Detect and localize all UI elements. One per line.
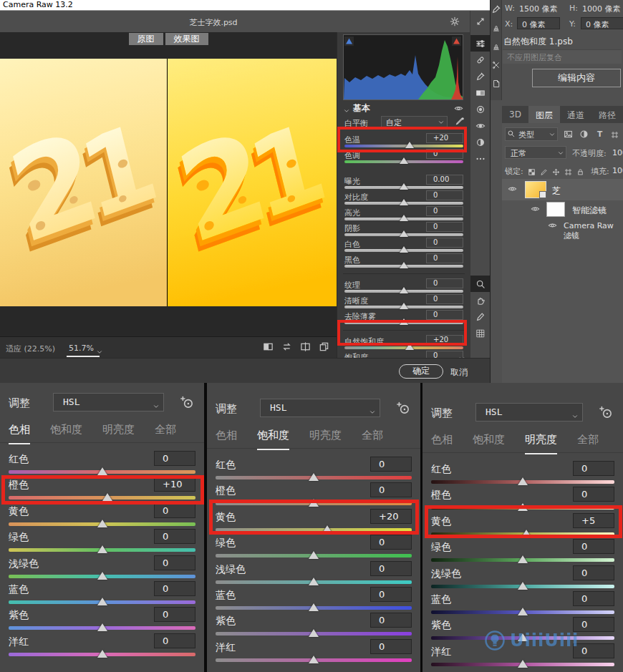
color-value-field[interactable]: +20 xyxy=(370,509,412,524)
slider-thumb[interactable] xyxy=(400,157,408,164)
edit-contents-button[interactable]: 编辑内容 xyxy=(532,69,621,87)
slider-thumb[interactable] xyxy=(400,303,408,309)
hsl-tab-1[interactable]: 饱和度 xyxy=(257,429,289,450)
slider-track[interactable] xyxy=(344,265,463,268)
shadow-clipping-icon[interactable] xyxy=(344,35,354,45)
color-slider-track[interactable] xyxy=(9,600,195,604)
filter-adjustment-layers-icon[interactable] xyxy=(579,128,589,142)
color-slider-thumb[interactable] xyxy=(102,493,112,501)
targeted-adjustment-icon[interactable] xyxy=(180,395,194,412)
white-balance-eyedropper-icon[interactable] xyxy=(455,116,465,130)
slider-track[interactable] xyxy=(344,249,463,252)
lock-pixels-icon[interactable] xyxy=(540,165,548,177)
color-slider-track[interactable] xyxy=(9,522,195,526)
layer-filter-type-dropdown[interactable]: 类型 xyxy=(505,127,558,141)
color-value-field[interactable]: 0 xyxy=(154,555,195,570)
slider-value-field[interactable]: 0 xyxy=(426,310,463,320)
color-value-field[interactable]: 0 xyxy=(370,561,412,576)
slider-value-field[interactable]: +20 xyxy=(426,133,463,143)
color-slider-track[interactable] xyxy=(9,626,195,630)
hsl-tab-2[interactable]: 明亮度 xyxy=(102,423,135,444)
layer-row-selected[interactable]: 芝 xyxy=(502,179,623,200)
cancel-button[interactable]: 取消 xyxy=(450,366,468,379)
slider-value-field[interactable]: 0.00 xyxy=(426,175,463,185)
color-value-field[interactable]: 0 xyxy=(154,633,195,648)
lock-transparency-icon[interactable] xyxy=(528,165,536,177)
color-slider-thumb[interactable] xyxy=(309,603,319,611)
color-value-field[interactable]: 0 xyxy=(154,529,195,544)
color-slider-track[interactable] xyxy=(431,610,614,614)
before-after-left-icon[interactable] xyxy=(263,341,274,355)
color-slider-track[interactable] xyxy=(431,663,614,666)
layer-name[interactable]: 芝 xyxy=(552,185,561,197)
color-slider-thumb[interactable] xyxy=(309,551,319,559)
color-slider-thumb[interactable] xyxy=(309,473,319,481)
slider-thumb[interactable] xyxy=(400,183,408,190)
color-slider-track[interactable] xyxy=(431,506,614,510)
color-slider-thumb[interactable] xyxy=(518,477,528,485)
color-slider-thumb[interactable] xyxy=(309,578,319,585)
note-tool-icon[interactable] xyxy=(491,74,502,93)
color-value-field[interactable]: 0 xyxy=(370,535,412,550)
color-value-field[interactable]: 0 xyxy=(573,565,614,580)
hsl-tab-0[interactable]: 色相 xyxy=(216,429,237,450)
white-balance-dropdown[interactable]: 自定 xyxy=(381,116,448,128)
edit-panel-icon[interactable] xyxy=(470,35,491,52)
hsl-tab-3[interactable]: 全部 xyxy=(577,433,599,454)
color-slider-track[interactable] xyxy=(216,658,412,662)
history-brush-tool-icon[interactable] xyxy=(491,37,502,56)
color-value-field[interactable]: 0 xyxy=(370,587,412,602)
hand-tool-icon[interactable] xyxy=(470,292,491,308)
color-slider-thumb[interactable] xyxy=(518,582,528,590)
color-value-field[interactable]: 0 xyxy=(573,487,614,502)
slider-track[interactable] xyxy=(344,346,463,349)
color-slider-thumb[interactable] xyxy=(518,555,528,563)
blend-mode-dropdown[interactable]: 正常 xyxy=(505,146,566,159)
color-slider-thumb[interactable] xyxy=(97,572,107,580)
color-slider-track[interactable] xyxy=(9,496,195,500)
slice-tool-icon[interactable] xyxy=(491,56,502,74)
lock-all-icon[interactable] xyxy=(576,165,584,177)
settings-gear-icon[interactable] xyxy=(450,16,460,29)
slider-track[interactable] xyxy=(344,306,463,308)
color-slider-thumb[interactable] xyxy=(521,530,531,537)
color-value-field[interactable]: 0 xyxy=(154,503,195,518)
hsl-tab-3[interactable]: 全部 xyxy=(155,423,176,444)
zoom-tool-icon[interactable] xyxy=(470,276,491,292)
brush-tool-icon[interactable] xyxy=(491,0,502,19)
color-value-field[interactable]: 0 xyxy=(370,613,412,628)
slider-thumb[interactable] xyxy=(400,230,408,237)
color-slider-thumb[interactable] xyxy=(518,503,528,511)
brush-tool-icon[interactable] xyxy=(470,68,491,84)
y-value-field[interactable]: 0 像素 xyxy=(581,17,623,29)
filter-eye-icon[interactable] xyxy=(548,220,557,233)
slider-track[interactable] xyxy=(344,233,463,236)
tab-paths[interactable]: 路径 xyxy=(591,106,623,123)
targeted-adjustment-icon[interactable] xyxy=(396,401,410,418)
x-value-field[interactable]: 0 像素 xyxy=(517,17,560,29)
color-slider-track[interactable] xyxy=(431,532,614,536)
swap-before-after-icon[interactable] xyxy=(281,341,292,355)
color-slider-thumb[interactable] xyxy=(97,598,107,605)
healing-brush-icon[interactable] xyxy=(470,52,491,68)
filter-shape-layers-icon[interactable] xyxy=(611,128,619,142)
color-slider-thumb[interactable] xyxy=(97,520,107,527)
original-view-button[interactable]: 原图 xyxy=(129,33,163,45)
lock-position-icon[interactable] xyxy=(552,165,560,177)
tab-channels[interactable]: 通道 xyxy=(560,106,591,123)
tab-3d[interactable]: 3D xyxy=(502,106,528,123)
color-value-field[interactable]: 0 xyxy=(154,451,195,466)
more-tools-icon[interactable] xyxy=(470,150,491,167)
slider-value-field[interactable]: 0 xyxy=(426,190,463,200)
lock-artboard-icon[interactable] xyxy=(564,165,572,177)
color-slider-thumb[interactable] xyxy=(322,525,332,533)
opacity-value[interactable]: 100% xyxy=(612,148,623,157)
hsl-tab-2[interactable]: 明亮度 xyxy=(525,433,557,454)
slider-track[interactable] xyxy=(344,160,463,163)
color-slider-track[interactable] xyxy=(216,528,412,532)
slider-value-field[interactable]: 0 xyxy=(426,278,463,288)
color-value-field[interactable]: 0 xyxy=(573,461,614,476)
slider-value-field[interactable]: 0 xyxy=(426,206,463,216)
hsl-tab-0[interactable]: 色相 xyxy=(431,433,453,454)
filter-type-layers-icon[interactable]: T xyxy=(595,128,604,142)
